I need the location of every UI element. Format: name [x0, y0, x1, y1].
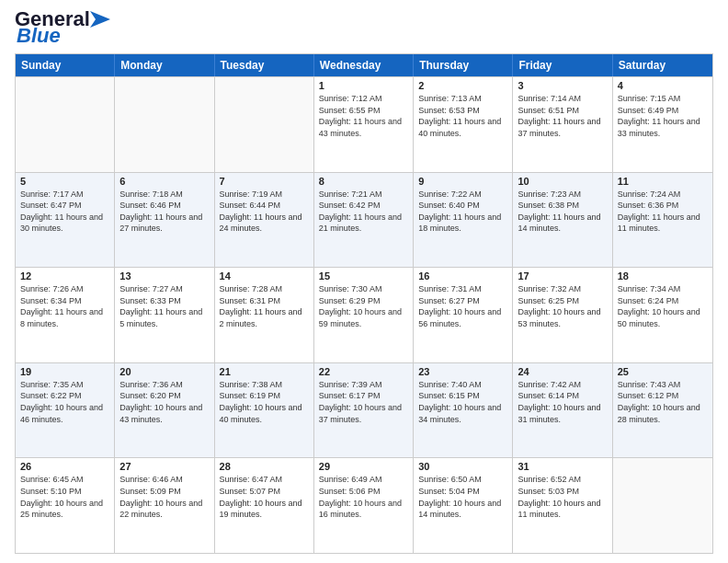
day-info: Sunrise: 7:26 AM Sunset: 6:34 PM Dayligh…	[20, 283, 109, 329]
cal-cell: 6Sunrise: 7:18 AM Sunset: 6:46 PM Daylig…	[115, 173, 214, 268]
day-number: 5	[20, 176, 109, 187]
day-info: Sunrise: 7:21 AM Sunset: 6:42 PM Dayligh…	[319, 189, 408, 235]
day-number: 2	[418, 80, 507, 91]
day-info: Sunrise: 7:43 AM Sunset: 6:12 PM Dayligh…	[618, 379, 708, 425]
day-info: Sunrise: 7:40 AM Sunset: 6:15 PM Dayligh…	[418, 379, 507, 425]
logo-blue-text: Blue	[17, 26, 61, 46]
day-number: 29	[319, 461, 408, 472]
day-number: 17	[518, 270, 607, 282]
day-info: Sunrise: 7:18 AM Sunset: 6:46 PM Dayligh…	[119, 189, 209, 235]
cal-cell: 20Sunrise: 7:36 AM Sunset: 6:20 PM Dayli…	[115, 363, 214, 458]
header-day-thursday: Thursday	[414, 54, 513, 76]
day-number: 31	[518, 461, 607, 472]
day-info: Sunrise: 6:49 AM Sunset: 5:06 PM Dayligh…	[319, 474, 408, 520]
header-day-saturday: Saturday	[613, 54, 712, 76]
calendar: SundayMondayTuesdayWednesdayThursdayFrid…	[15, 53, 713, 554]
header: General Blue	[15, 9, 713, 46]
cal-cell: 23Sunrise: 7:40 AM Sunset: 6:15 PM Dayli…	[414, 363, 513, 458]
day-number: 19	[20, 366, 109, 377]
day-info: Sunrise: 7:24 AM Sunset: 6:36 PM Dayligh…	[618, 189, 708, 235]
cal-cell	[115, 77, 214, 172]
day-number: 26	[20, 461, 109, 472]
day-info: Sunrise: 7:22 AM Sunset: 6:40 PM Dayligh…	[418, 189, 507, 235]
header-day-wednesday: Wednesday	[314, 54, 414, 76]
day-number: 23	[418, 366, 507, 377]
day-number: 10	[518, 176, 607, 187]
day-info: Sunrise: 7:19 AM Sunset: 6:44 PM Dayligh…	[220, 189, 309, 235]
day-info: Sunrise: 7:17 AM Sunset: 6:47 PM Dayligh…	[20, 189, 109, 235]
day-number: 12	[20, 270, 109, 282]
cal-cell: 16Sunrise: 7:31 AM Sunset: 6:27 PM Dayli…	[414, 268, 513, 362]
cal-cell: 24Sunrise: 7:42 AM Sunset: 6:14 PM Dayli…	[513, 363, 612, 458]
calendar-row-1: 1Sunrise: 7:12 AM Sunset: 6:55 PM Daylig…	[16, 76, 712, 172]
cal-cell: 10Sunrise: 7:23 AM Sunset: 6:38 PM Dayli…	[513, 173, 612, 268]
day-number: 18	[618, 270, 708, 282]
cal-cell: 26Sunrise: 6:45 AM Sunset: 5:10 PM Dayli…	[16, 458, 115, 553]
cal-cell: 12Sunrise: 7:26 AM Sunset: 6:34 PM Dayli…	[16, 268, 115, 362]
day-info: Sunrise: 7:27 AM Sunset: 6:33 PM Dayligh…	[119, 283, 209, 329]
cal-cell: 25Sunrise: 7:43 AM Sunset: 6:12 PM Dayli…	[613, 363, 712, 458]
cal-cell: 9Sunrise: 7:22 AM Sunset: 6:40 PM Daylig…	[414, 173, 513, 268]
cal-cell: 21Sunrise: 7:38 AM Sunset: 6:19 PM Dayli…	[215, 363, 314, 458]
day-number: 25	[618, 366, 708, 377]
cal-cell	[16, 77, 115, 172]
cal-cell: 18Sunrise: 7:34 AM Sunset: 6:24 PM Dayli…	[613, 268, 712, 362]
cal-cell: 1Sunrise: 7:12 AM Sunset: 6:55 PM Daylig…	[314, 77, 414, 172]
cal-cell: 5Sunrise: 7:17 AM Sunset: 6:47 PM Daylig…	[16, 173, 115, 268]
day-number: 13	[119, 270, 209, 282]
cal-cell: 30Sunrise: 6:50 AM Sunset: 5:04 PM Dayli…	[414, 458, 513, 553]
day-info: Sunrise: 7:34 AM Sunset: 6:24 PM Dayligh…	[618, 283, 708, 329]
day-number: 16	[418, 270, 507, 282]
cal-cell: 29Sunrise: 6:49 AM Sunset: 5:06 PM Dayli…	[314, 458, 414, 553]
day-number: 22	[319, 366, 408, 377]
cal-cell: 15Sunrise: 7:30 AM Sunset: 6:29 PM Dayli…	[314, 268, 414, 362]
calendar-row-4: 19Sunrise: 7:35 AM Sunset: 6:22 PM Dayli…	[16, 362, 712, 458]
day-info: Sunrise: 7:36 AM Sunset: 6:20 PM Dayligh…	[119, 379, 209, 425]
svg-marker-0	[90, 11, 110, 28]
day-number: 28	[220, 461, 309, 472]
day-info: Sunrise: 7:42 AM Sunset: 6:14 PM Dayligh…	[518, 379, 607, 425]
day-number: 14	[220, 270, 309, 282]
day-number: 27	[119, 461, 209, 472]
cal-cell: 3Sunrise: 7:14 AM Sunset: 6:51 PM Daylig…	[513, 77, 612, 172]
day-number: 7	[220, 176, 309, 187]
day-number: 6	[119, 176, 209, 187]
calendar-body: 1Sunrise: 7:12 AM Sunset: 6:55 PM Daylig…	[16, 76, 712, 553]
day-info: Sunrise: 7:15 AM Sunset: 6:49 PM Dayligh…	[618, 93, 708, 139]
page: General Blue SundayMondayTuesdayWednesda…	[0, 0, 728, 563]
day-number: 20	[119, 366, 209, 377]
day-info: Sunrise: 7:32 AM Sunset: 6:25 PM Dayligh…	[518, 283, 607, 329]
header-day-sunday: Sunday	[16, 54, 115, 76]
day-info: Sunrise: 7:35 AM Sunset: 6:22 PM Dayligh…	[20, 379, 109, 425]
logo: General Blue	[15, 9, 110, 46]
cal-cell: 13Sunrise: 7:27 AM Sunset: 6:33 PM Dayli…	[115, 268, 214, 362]
calendar-row-2: 5Sunrise: 7:17 AM Sunset: 6:47 PM Daylig…	[16, 172, 712, 268]
day-number: 30	[418, 461, 507, 472]
cal-cell: 7Sunrise: 7:19 AM Sunset: 6:44 PM Daylig…	[215, 173, 314, 268]
calendar-header: SundayMondayTuesdayWednesdayThursdayFrid…	[16, 54, 712, 76]
day-number: 21	[220, 366, 309, 377]
day-info: Sunrise: 7:28 AM Sunset: 6:31 PM Dayligh…	[220, 283, 309, 329]
cal-cell: 28Sunrise: 6:47 AM Sunset: 5:07 PM Dayli…	[215, 458, 314, 553]
calendar-row-5: 26Sunrise: 6:45 AM Sunset: 5:10 PM Dayli…	[16, 457, 712, 553]
day-info: Sunrise: 7:23 AM Sunset: 6:38 PM Dayligh…	[518, 189, 607, 235]
cal-cell: 22Sunrise: 7:39 AM Sunset: 6:17 PM Dayli…	[314, 363, 414, 458]
header-day-friday: Friday	[513, 54, 612, 76]
cal-cell: 17Sunrise: 7:32 AM Sunset: 6:25 PM Dayli…	[513, 268, 612, 362]
header-day-tuesday: Tuesday	[215, 54, 314, 76]
day-number: 3	[518, 80, 607, 91]
day-info: Sunrise: 6:50 AM Sunset: 5:04 PM Dayligh…	[418, 474, 507, 520]
day-info: Sunrise: 7:12 AM Sunset: 6:55 PM Dayligh…	[319, 93, 408, 139]
day-info: Sunrise: 7:14 AM Sunset: 6:51 PM Dayligh…	[518, 93, 607, 139]
day-number: 1	[319, 80, 408, 91]
day-number: 24	[518, 366, 607, 377]
day-info: Sunrise: 7:30 AM Sunset: 6:29 PM Dayligh…	[319, 283, 408, 329]
cal-cell	[613, 458, 712, 553]
day-number: 8	[319, 176, 408, 187]
day-number: 11	[618, 176, 708, 187]
day-info: Sunrise: 6:45 AM Sunset: 5:10 PM Dayligh…	[20, 474, 109, 520]
day-info: Sunrise: 6:46 AM Sunset: 5:09 PM Dayligh…	[119, 474, 209, 520]
header-day-monday: Monday	[115, 54, 214, 76]
cal-cell: 14Sunrise: 7:28 AM Sunset: 6:31 PM Dayli…	[215, 268, 314, 362]
day-info: Sunrise: 7:38 AM Sunset: 6:19 PM Dayligh…	[220, 379, 309, 425]
